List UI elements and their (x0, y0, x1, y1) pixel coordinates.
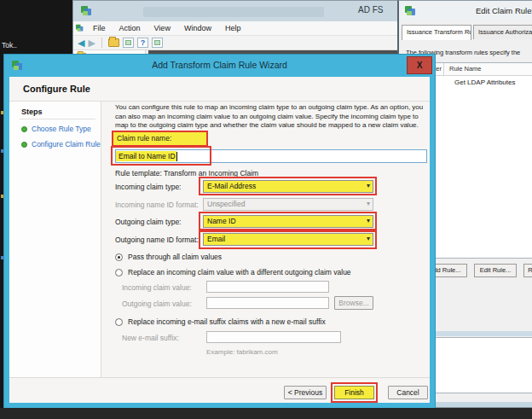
radio-pass-through[interactable]: Pass through all claim values (115, 253, 222, 261)
incoming-claim-value-input (206, 281, 329, 293)
new-email-suffix-input (206, 331, 341, 343)
wizard-titlebar: Add Transform Claim Rule Wizard X (4, 55, 435, 77)
console-window-icon[interactable] (152, 38, 163, 48)
incoming-claim-type-dropdown[interactable]: E-Mail Address ▾ (203, 180, 373, 193)
step-choose-rule-type[interactable]: Choose Rule Type (21, 125, 91, 133)
taskbar[interactable] (0, 408, 532, 419)
desktop-pixel (1, 195, 3, 198)
edit-rule-button[interactable]: Edit Rule... (474, 264, 517, 277)
outgoing-claim-type-label: Outgoing claim type: (115, 218, 181, 226)
chevron-down-icon: ▾ (367, 217, 370, 224)
steps-panel: Steps Choose Rule Type Configure Claim R… (9, 102, 101, 377)
finish-button[interactable]: Finish (334, 386, 374, 399)
bottom-strip (430, 402, 532, 407)
adfs-app-icon (80, 5, 93, 17)
back-arrow-icon[interactable]: ◀ (78, 38, 84, 48)
radio-label: Replace incoming e-mail suffix claims wi… (128, 317, 326, 326)
incoming-claim-value-label: Incoming claim value: (122, 283, 192, 292)
wizard-title: Add Transform Claim Rule Wizard (4, 60, 435, 70)
step-bullet-icon (21, 126, 27, 132)
outgoing-claim-type-dropdown[interactable]: Name ID ▾ (203, 215, 373, 228)
edit-rules-titlebar: Edit Claim Rules (399, 1, 532, 22)
claim-rule-name-value: Email to Name ID (116, 151, 176, 161)
chevron-down-icon: ▾ (367, 235, 370, 242)
outgoing-claim-value-label: Outgoing claim value: (122, 300, 192, 308)
console-window-icon[interactable] (123, 38, 134, 48)
radio-label: Replace an incoming claim value with a d… (128, 268, 351, 276)
desktop-pixel (1, 111, 3, 114)
radio-icon (115, 318, 123, 326)
menu-window[interactable]: Window (177, 22, 218, 34)
outgoing-claim-type-value: Name ID (207, 217, 236, 225)
desktop-partial-label: Tok.. (2, 41, 17, 49)
radio-selected-icon (115, 253, 123, 261)
radio-replace-email-suffix[interactable]: Replace incoming e-mail suffix claims wi… (115, 317, 326, 326)
outgoing-name-id-format-dropdown[interactable]: Email ▾ (203, 233, 373, 246)
radio-replace-claim-value[interactable]: Replace an incoming claim value with a d… (115, 268, 351, 276)
desktop-pixel (1, 256, 3, 259)
outgoing-name-id-format-label: Outgoing name ID format: (115, 236, 199, 244)
menu-help[interactable]: Help (218, 22, 248, 34)
incoming-name-id-format-label: Incoming name ID format: (115, 201, 199, 209)
radio-label: Pass through all claim values (128, 253, 222, 261)
wizard-content: Configure Rule Steps Choose Rule Type Co… (9, 77, 430, 403)
rule-template-text: Rule template: Transform an Incoming Cla… (115, 169, 258, 177)
help-icon[interactable]: ? (137, 38, 148, 48)
browse-button: Browse... (334, 296, 373, 310)
edit-rules-app-icon (404, 5, 417, 17)
step-bullet-icon (21, 142, 27, 148)
toolbar-separator (101, 38, 102, 48)
titlebar-redacted-strip (143, 7, 324, 17)
chevron-down-icon: ▾ (367, 182, 370, 189)
edit-rules-tabs: Issuance Transform Rules Issuance Author… (402, 25, 532, 39)
export-folder-icon[interactable] (108, 38, 119, 47)
rule-description-box (435, 337, 532, 393)
step-configure-claim-rule[interactable]: Configure Claim Rule (21, 140, 101, 148)
steps-divider (20, 119, 95, 119)
screen: Tok.. AD FS File Action View Window Help… (0, 0, 532, 419)
previous-button[interactable]: < Previous (284, 386, 327, 399)
claim-rule-name-label: Claim rule name: (112, 131, 208, 147)
remove-rule-button[interactable]: Remove Rule... (523, 264, 532, 277)
step-label: Choose Rule Type (32, 125, 91, 133)
add-transform-claim-rule-wizard: Add Transform Claim Rule Wizard X Config… (4, 55, 435, 408)
new-email-suffix-label: New e-mail suffix: (122, 334, 179, 342)
incoming-name-id-format-value: Unspecified (207, 200, 245, 208)
button-separator (9, 377, 430, 378)
incoming-claim-type-value: E-Mail Address (207, 182, 256, 190)
radio-icon (115, 269, 123, 276)
annotation-box-finish: Finish (331, 382, 378, 403)
incoming-name-id-format-dropdown: Unspecified ▾ (203, 198, 373, 211)
menu-file[interactable]: File (86, 22, 113, 34)
claim-rule-name-input[interactable]: Email to Name ID (115, 149, 427, 163)
desktop-pixel (1, 149, 3, 153)
outgoing-claim-value-input (206, 297, 329, 309)
description-panel-strip (430, 331, 532, 336)
incoming-claim-type-label: Incoming claim type: (115, 183, 181, 191)
outgoing-name-id-format-value: Email (207, 235, 225, 243)
column-rule-name: Rule Name (444, 63, 532, 75)
tab-issuance-authorization-rules[interactable]: Issuance Authorization Rules (473, 25, 532, 39)
cancel-button[interactable]: Cancel (388, 386, 428, 399)
menu-action[interactable]: Action (113, 22, 147, 34)
wizard-description: You can configure this rule to map an in… (115, 103, 430, 131)
forward-arrow-icon[interactable]: ▶ (88, 38, 95, 48)
edit-rules-window-title: Edit Claim Rules (476, 6, 532, 15)
close-icon[interactable]: X (407, 56, 432, 74)
steps-heading: Steps (21, 108, 43, 116)
adfs-menu-icon (75, 24, 84, 32)
chevron-down-icon: ▾ (367, 200, 370, 207)
menu-view[interactable]: View (147, 22, 177, 34)
suffix-example-text: Example: fabrikam.com (206, 348, 278, 356)
tab-issuance-transform-rules[interactable]: Issuance Transform Rules (402, 25, 471, 40)
page-heading: Configure Rule (23, 84, 90, 94)
text-cursor (176, 152, 177, 161)
adfs-window-title: AD FS (358, 5, 383, 15)
step-label: Configure Claim Rule (32, 140, 101, 148)
